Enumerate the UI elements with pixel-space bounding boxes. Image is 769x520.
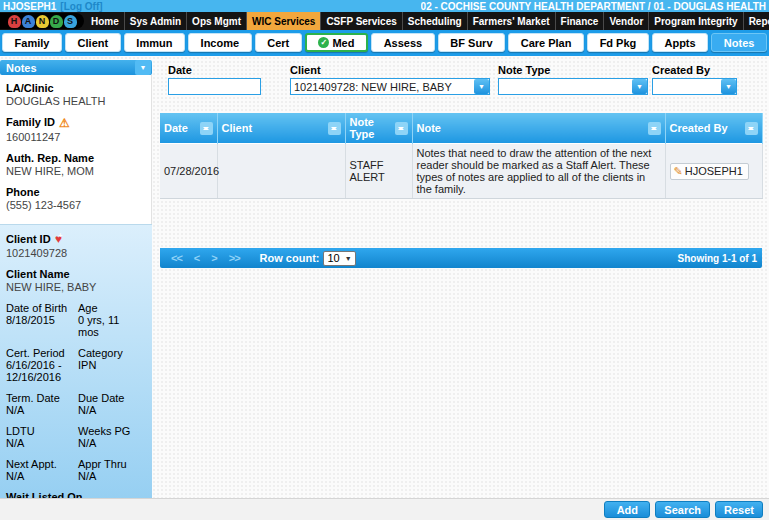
menu-item-home[interactable]: Home	[86, 12, 125, 30]
column-header-note[interactable]: Note	[412, 113, 665, 144]
tab-bf-surv[interactable]: BF Surv	[438, 33, 505, 52]
cell-created-by: ✎ HJOSEPH1	[665, 144, 762, 199]
menu-item-program-integrity[interactable]: Program Integrity	[649, 12, 743, 30]
filter-client: Client 1021409728: NEW HIRE, BABY ▼	[290, 64, 490, 95]
cell-date: 07/28/2016	[160, 144, 217, 199]
field-phone: Phone (555) 123-4567	[6, 186, 145, 211]
field-row-cert-category: Cert. Period 6/16/2016 - 12/16/2016 Cate…	[6, 347, 146, 383]
row-count-value: 10	[327, 252, 339, 264]
menu-item-ops-mgmt[interactable]: Ops Mgmt	[187, 12, 247, 30]
tab-notes[interactable]: Notes	[711, 33, 767, 52]
column-header-date[interactable]: Date	[160, 113, 217, 144]
field-row-term-due: Term. Date N/A Due Date N/A	[6, 392, 146, 416]
sort-icon[interactable]	[395, 122, 408, 135]
next-page-button[interactable]: >	[211, 252, 216, 264]
content-area: Notes ▼ LA/Clinic DOUGLAS HEALTH Family …	[0, 56, 769, 520]
filter-date: Date	[168, 64, 261, 95]
table-header-row: Date Client Note Type Note Created By	[160, 113, 762, 144]
logo-letter: A	[22, 15, 35, 28]
log-off-link[interactable]: [Log Off]	[60, 1, 102, 12]
tab-appts[interactable]: Appts	[652, 33, 708, 52]
logo-letter: S	[64, 15, 77, 28]
hands-logo: H A N D S	[0, 13, 84, 29]
showing-summary: Showing 1-1 of 1	[678, 253, 757, 264]
action-bar: Add Search Reset	[0, 498, 769, 520]
dropdown-arrow-icon[interactable]: ▼	[632, 79, 647, 94]
tab-immun[interactable]: Immun	[124, 33, 185, 52]
chevron-down-icon: ▼	[140, 64, 147, 71]
field-family-id: Family ID⚠ 160011247	[6, 116, 145, 143]
menu-item-reports[interactable]: Reports	[744, 12, 769, 30]
logo-letter: H	[8, 15, 21, 28]
last-page-button[interactable]: >>	[229, 252, 240, 264]
client-label: Client	[290, 64, 490, 76]
prev-page-button[interactable]: <	[194, 252, 199, 264]
menu-item-farmers-market[interactable]: Farmers' Market	[468, 12, 556, 30]
sidebar-header: Notes ▼	[0, 60, 152, 75]
created-by-label: Created By	[652, 64, 737, 76]
module-tab-bar: Family Client Immun Income Cert ✓ Med As…	[0, 30, 769, 56]
sort-icon[interactable]	[648, 122, 661, 135]
caret-down-icon: ▼	[345, 255, 352, 262]
column-header-created-by[interactable]: Created By	[665, 113, 762, 144]
add-button[interactable]: Add	[604, 501, 650, 518]
check-icon: ✓	[318, 37, 329, 48]
dropdown-arrow-icon[interactable]: ▼	[474, 79, 489, 94]
family-info-panel: LA/Clinic DOUGLAS HEALTH Family ID⚠ 1600…	[0, 75, 152, 224]
note-type-select[interactable]: ▼	[498, 78, 648, 95]
column-header-client[interactable]: Client	[217, 113, 345, 144]
sort-icon[interactable]	[745, 122, 758, 135]
logo-letter: N	[36, 15, 49, 28]
username: HJOSEPH1	[3, 1, 56, 12]
sort-icon[interactable]	[328, 122, 341, 135]
pagination-bar: << < > >> Row count: 10 ▼ Showing 1-1 of…	[160, 248, 762, 268]
tab-cert[interactable]: Cert	[255, 33, 302, 52]
tab-med[interactable]: ✓ Med	[305, 33, 368, 52]
table-row: 07/28/2016 STAFF ALERT Notes that need t…	[160, 144, 762, 199]
first-page-button[interactable]: <<	[171, 252, 182, 264]
menu-item-scheduling[interactable]: Scheduling	[403, 12, 468, 30]
field-auth-rep-name: Auth. Rep. Name NEW HIRE, MOM	[6, 152, 145, 177]
dropdown-arrow-icon[interactable]: ▼	[721, 79, 736, 94]
cell-client	[217, 144, 345, 199]
heart-cross-icon: ♥	[55, 232, 62, 246]
field-client-id: Client ID♥ 1021409728	[6, 232, 146, 259]
field-row-nextappt-apprthru: Next Appt. N/A Appr Thru N/A	[6, 458, 146, 482]
main-menu-bar: H A N D S Home Sys Admin Ops Mgmt WIC Se…	[0, 12, 769, 30]
tab-fd-pkg[interactable]: Fd Pkg	[587, 33, 649, 52]
tab-med-label: Med	[332, 37, 354, 49]
pencil-icon: ✎	[674, 165, 683, 178]
field-row-dob-age: Date of Birth 8/18/2015 Age 0 yrs, 11 mo…	[6, 302, 146, 338]
search-button[interactable]: Search	[655, 501, 710, 518]
sort-icon[interactable]	[200, 122, 213, 135]
filter-created-by: Created By ▼	[652, 64, 737, 95]
field-row-ldtu-weekspg: LDTU N/A Weeks PG N/A	[6, 425, 146, 449]
user-bar: HJOSEPH1 [Log Off] 02 - COCHISE COUNTY H…	[0, 0, 769, 12]
client-info-panel: Client ID♥ 1021409728 Client Name NEW HI…	[0, 224, 152, 520]
menu-item-vendor[interactable]: Vendor	[604, 12, 649, 30]
client-sidebar: Notes ▼ LA/Clinic DOUGLAS HEALTH Family …	[0, 60, 152, 498]
menu-item-csfp-services[interactable]: CSFP Services	[321, 12, 402, 30]
reset-button[interactable]: Reset	[715, 501, 763, 518]
tab-income[interactable]: Income	[188, 33, 252, 52]
cell-note-type: STAFF ALERT	[345, 144, 412, 199]
client-select[interactable]: 1021409728: NEW HIRE, BABY ▼	[290, 78, 490, 95]
tab-assess[interactable]: Assess	[371, 33, 435, 52]
creator-badge[interactable]: ✎ HJOSEPH1	[670, 163, 749, 180]
tab-family[interactable]: Family	[2, 33, 62, 52]
field-client-name: Client Name NEW HIRE, BABY	[6, 268, 146, 293]
row-count-label: Row count:	[260, 252, 320, 264]
sidebar-collapse-button[interactable]: ▼	[135, 60, 151, 75]
warning-icon: ⚠	[59, 116, 70, 130]
tab-client[interactable]: Client	[65, 33, 121, 52]
menu-item-sys-admin[interactable]: Sys Admin	[125, 12, 187, 30]
tab-care-plan[interactable]: Care Plan	[508, 33, 584, 52]
column-header-note-type[interactable]: Note Type	[345, 113, 412, 144]
notes-table: Date Client Note Type Note Created By 07…	[160, 113, 763, 199]
date-input[interactable]	[168, 78, 261, 95]
created-by-select[interactable]: ▼	[652, 78, 737, 95]
creator-name: HJOSEPH1	[685, 165, 743, 177]
menu-item-finance[interactable]: Finance	[556, 12, 605, 30]
row-count-select[interactable]: 10 ▼	[323, 251, 355, 266]
menu-item-wic-services[interactable]: WIC Services	[247, 12, 321, 30]
